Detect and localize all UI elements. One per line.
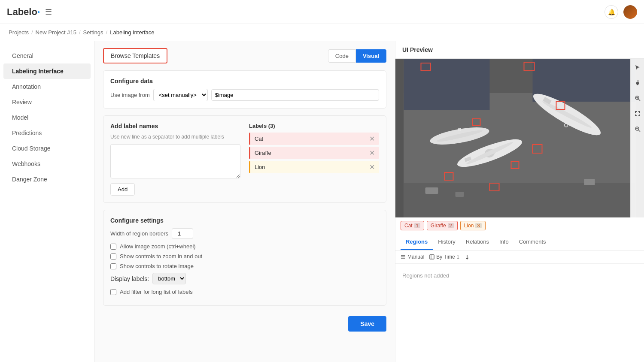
- view-toggle-group: Code Visual: [328, 49, 386, 63]
- code-toggle-button[interactable]: Code: [328, 49, 356, 63]
- label-tag-giraffe[interactable]: Giraffe 2: [427, 221, 458, 230]
- allow-zoom-checkbox[interactable]: [110, 244, 116, 250]
- label-tag-lion-count: 3: [475, 223, 481, 228]
- show-rotate-label[interactable]: Show controls to rotate image: [120, 263, 194, 269]
- border-width-row: Width of region borders: [110, 228, 379, 239]
- labels-config-section: Add label names Use new line as a separa…: [103, 115, 386, 203]
- center-panel: Browse Templates Code Visual Configure d…: [94, 41, 395, 362]
- sidebar-item-general[interactable]: General: [3, 48, 91, 63]
- label-tag-cat-count: 1: [414, 223, 420, 228]
- label-names-textarea[interactable]: [110, 144, 240, 178]
- sidebar-item-annotation[interactable]: Annotation: [3, 79, 91, 94]
- breadcrumb-sep-1: /: [31, 29, 33, 36]
- regions-tabs: Regions History Relations Info Comments: [395, 234, 644, 250]
- label-name-lion: Lion: [255, 164, 265, 170]
- svg-rect-25: [584, 179, 595, 185]
- border-width-input[interactable]: [172, 228, 193, 239]
- label-tag-giraffe-name: Giraffe: [431, 223, 446, 229]
- browse-templates-button[interactable]: Browse Templates: [103, 48, 167, 63]
- by-time-count: 1: [457, 254, 459, 259]
- add-filter-checkbox[interactable]: [110, 289, 116, 295]
- hamburger-icon[interactable]: ☰: [45, 7, 52, 17]
- show-zoom-controls-row: Show controls to zoom in and out: [110, 253, 379, 259]
- cursor-tool-icon[interactable]: [632, 62, 643, 72]
- label-item-lion[interactable]: Lion ✕: [249, 161, 379, 173]
- tab-info[interactable]: Info: [494, 234, 514, 250]
- breadcrumb-new-project[interactable]: New Project #15: [36, 29, 76, 36]
- remove-label-cat[interactable]: ✕: [369, 135, 375, 143]
- sidebar-item-cloud-storage[interactable]: Cloud Storage: [3, 141, 91, 156]
- hand-tool-icon[interactable]: [632, 78, 643, 88]
- labels-count-title: Labels (3): [249, 123, 379, 129]
- zoom-out-icon[interactable]: [632, 124, 643, 134]
- add-labels-subtitle: Use new line as a separator to add multi…: [110, 134, 240, 140]
- by-time-sort-button[interactable]: By Time 1: [429, 254, 459, 260]
- sidebar-item-webhooks[interactable]: Webhooks: [3, 156, 91, 172]
- label-tag-lion[interactable]: Lion 3: [460, 221, 486, 230]
- by-time-icon: [429, 254, 434, 259]
- svg-rect-23: [425, 187, 438, 194]
- remove-label-giraffe[interactable]: ✕: [369, 149, 375, 157]
- show-zoom-controls-checkbox[interactable]: [110, 253, 116, 259]
- display-labels-select[interactable]: bottom top none: [152, 273, 186, 284]
- configure-data-section: Configure data Use image from <set manua…: [103, 70, 386, 109]
- manual-sort-button[interactable]: Manual: [401, 254, 424, 260]
- breadcrumb: Projects / New Project #15 / Settings / …: [9, 29, 155, 36]
- sidebar-item-model[interactable]: Model: [3, 110, 91, 125]
- logo-text: Labelo: [7, 6, 37, 18]
- allow-zoom-row: Allow image zoom (ctrl+wheel): [110, 243, 379, 250]
- breadcrumb-settings[interactable]: Settings: [83, 29, 103, 36]
- notification-bell-button[interactable]: 🔔: [605, 5, 618, 19]
- manual-sort-label: Manual: [407, 254, 424, 260]
- toolbar-row: Browse Templates Code Visual: [103, 48, 386, 63]
- remove-label-lion[interactable]: ✕: [369, 163, 375, 171]
- ui-preview-panel: UI Preview: [395, 41, 644, 362]
- add-labels-button[interactable]: Add: [110, 183, 135, 196]
- add-filter-label[interactable]: Add filter for long list of labels: [120, 289, 193, 295]
- avatar-image: [623, 5, 637, 19]
- regions-sub-toolbar: Manual By Time 1: [395, 250, 644, 264]
- tab-relations[interactable]: Relations: [461, 234, 494, 250]
- by-time-label: By Time: [436, 254, 455, 260]
- label-tags-row: Cat 1 Giraffe 2 Lion 3: [395, 217, 644, 234]
- svg-rect-4: [533, 59, 636, 102]
- sidebar-item-labeling-interface[interactable]: Labeling Interface: [3, 63, 91, 79]
- image-source-select[interactable]: <set manually>: [153, 89, 208, 101]
- label-tag-cat[interactable]: Cat 1: [401, 221, 424, 230]
- allow-zoom-label[interactable]: Allow image zoom (ctrl+wheel): [120, 243, 196, 250]
- sort-direction-button[interactable]: [465, 254, 470, 259]
- label-item-cat[interactable]: Cat ✕: [249, 133, 379, 145]
- sidebar: General Labeling Interface Annotation Re…: [0, 41, 94, 362]
- labels-right: Labels (3) Cat ✕ Giraffe ✕ Lion ✕: [249, 123, 379, 196]
- label-name-cat: Cat: [255, 136, 263, 142]
- display-labels-label: Display labels:: [110, 275, 149, 282]
- tab-regions[interactable]: Regions: [401, 234, 433, 250]
- preview-right-toolbar: [630, 59, 644, 217]
- expand-icon[interactable]: [632, 109, 643, 119]
- avatar[interactable]: [623, 5, 637, 19]
- ui-preview-header: UI Preview: [395, 41, 644, 59]
- configure-data-row: Use image from <set manually>: [110, 89, 379, 101]
- image-value-input[interactable]: [211, 89, 379, 101]
- label-tag-cat-name: Cat: [404, 223, 413, 229]
- add-labels-title: Add label names: [110, 123, 240, 130]
- configure-data-title: Configure data: [110, 78, 379, 84]
- visual-toggle-button[interactable]: Visual: [356, 49, 386, 63]
- zoom-in-icon[interactable]: [632, 93, 643, 103]
- tab-comments[interactable]: Comments: [514, 234, 551, 250]
- show-zoom-controls-label[interactable]: Show controls to zoom in and out: [120, 253, 202, 259]
- display-labels-row: Display labels: bottom top none: [110, 273, 379, 284]
- show-rotate-checkbox[interactable]: [110, 263, 116, 269]
- breadcrumb-projects[interactable]: Projects: [9, 29, 29, 36]
- tab-history[interactable]: History: [433, 234, 460, 250]
- breadcrumb-current: Labeling Interface: [110, 29, 154, 36]
- label-name-giraffe: Giraffe: [255, 150, 271, 156]
- regions-panel: Regions History Relations Info Comments …: [395, 234, 644, 287]
- breadcrumb-sep-3: /: [106, 29, 108, 36]
- label-tag-lion-name: Lion: [464, 223, 474, 229]
- sidebar-item-predictions[interactable]: Predictions: [3, 125, 91, 141]
- save-button[interactable]: Save: [348, 316, 386, 332]
- sidebar-item-review[interactable]: Review: [3, 94, 91, 110]
- label-item-giraffe[interactable]: Giraffe ✕: [249, 147, 379, 159]
- sidebar-item-danger-zone[interactable]: Danger Zone: [3, 172, 91, 187]
